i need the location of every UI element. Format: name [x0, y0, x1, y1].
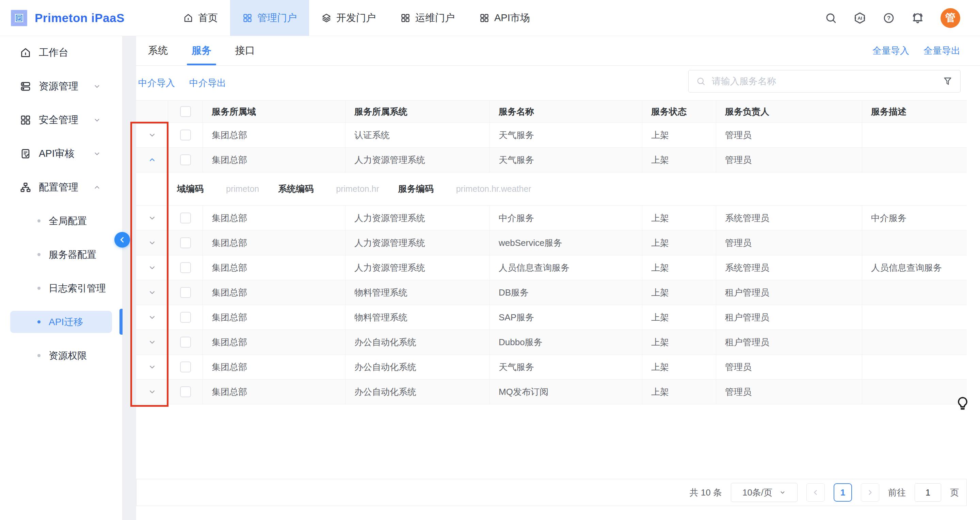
lightbulb-icon[interactable]: [955, 396, 970, 411]
next-page-button[interactable]: [861, 483, 879, 502]
row-checkbox[interactable]: [180, 337, 191, 347]
row-checkbox[interactable]: [180, 238, 191, 248]
help-icon[interactable]: ?: [883, 12, 895, 24]
expand-cell: [136, 305, 168, 330]
cell-domain: 集团总部: [203, 305, 345, 330]
row-checkbox[interactable]: [180, 262, 191, 273]
row-expand-expand-button[interactable]: [145, 335, 159, 349]
row-expand-expand-button[interactable]: [145, 261, 159, 274]
sidebar-item-2[interactable]: 安全管理: [0, 103, 122, 137]
row-checkbox[interactable]: [180, 361, 191, 373]
broker-import-link[interactable]: 中介导入: [138, 77, 175, 89]
expand-cell: [136, 123, 168, 147]
cell-owner: 系统管理员: [716, 255, 862, 280]
nav-item-0[interactable]: 首页: [171, 0, 230, 36]
row-checkbox[interactable]: [180, 386, 191, 397]
cell-description: [862, 147, 967, 173]
row-expand-expand-button[interactable]: [145, 385, 159, 399]
sidebar-collapse-button[interactable]: [115, 232, 130, 247]
topbar: P Primeton iPaaS 首页 管理门户 开发门户 运维门户 API市场…: [0, 0, 980, 36]
cell-status: 上架: [642, 255, 716, 280]
avatar[interactable]: 管: [940, 8, 960, 28]
home-icon: [183, 13, 193, 23]
cell-system: 人力资源管理系统: [345, 206, 490, 231]
cell-description: 中介服务: [862, 206, 967, 231]
checkbox-cell: [168, 231, 203, 255]
prev-page-button[interactable]: [807, 483, 825, 502]
row-expand-expand-button[interactable]: [145, 211, 159, 225]
tab-2[interactable]: 接口: [235, 36, 255, 65]
svg-text:P: P: [18, 16, 21, 20]
tab-1[interactable]: 服务: [192, 36, 212, 65]
cell-status: 上架: [642, 305, 716, 330]
nav-item-4[interactable]: API市场: [467, 0, 542, 36]
sidebar-item-3[interactable]: API审核: [0, 137, 122, 170]
detail-label: 域编码: [177, 183, 204, 195]
service-search-input[interactable]: [711, 76, 938, 87]
expand-cell: [136, 355, 168, 379]
detail-field: 系统编码 primeton.hr: [278, 183, 379, 195]
row-checkbox[interactable]: [180, 312, 191, 323]
chevron-up-icon: [93, 183, 101, 192]
ai-assistant-icon[interactable]: AI: [853, 11, 866, 24]
grid-icon: [400, 13, 410, 23]
select-all-checkbox[interactable]: [180, 106, 191, 117]
expand-column-header: [136, 100, 168, 123]
nav-item-2[interactable]: 开发门户: [309, 0, 388, 36]
column-header-0: 服务所属域: [203, 100, 345, 123]
sidebar-item-4[interactable]: 配置管理: [0, 170, 122, 204]
row-expand-expand-button[interactable]: [145, 128, 159, 142]
sidebar-subitem-1[interactable]: 服务器配置: [0, 238, 122, 271]
svg-text:AI: AI: [858, 16, 862, 21]
full-import-link[interactable]: 全量导入: [872, 44, 909, 57]
table-row-6: 集团总部 物料管理系统 SAP服务 上架 租户管理员: [136, 305, 967, 330]
bullet-dot: [37, 219, 40, 222]
table-row-2: 集团总部 人力资源管理系统 中介服务 上架 系统管理员 中介服务: [136, 206, 967, 231]
page-size-select[interactable]: 10条/页: [731, 483, 797, 502]
sidebar-subitem-4[interactable]: 资源权限: [0, 339, 122, 373]
detail-label: 服务编码: [398, 183, 434, 195]
page-number-button[interactable]: 1: [834, 483, 852, 502]
row-expand-expand-button[interactable]: [145, 360, 159, 374]
cell-status: 上架: [642, 147, 716, 173]
nav-item-1[interactable]: 管理门户: [230, 0, 309, 36]
table-row-3: 集团总部 人力资源管理系统 webService服务 上架 管理员: [136, 231, 967, 255]
row-checkbox[interactable]: [180, 287, 191, 298]
sidebar-subitem-2[interactable]: 日志索引管理: [0, 271, 122, 305]
nav-item-label: 首页: [198, 11, 218, 25]
detail-label: 系统编码: [278, 183, 313, 195]
row-checkbox[interactable]: [180, 212, 191, 224]
sidebar-item-0[interactable]: 工作台: [0, 36, 122, 70]
screen: P Primeton iPaaS 首页 管理门户 开发门户 运维门户 API市场…: [0, 0, 980, 520]
row-checkbox[interactable]: [180, 154, 191, 165]
notifications-bell-icon[interactable]: [911, 11, 924, 24]
cell-domain: 集团总部: [203, 355, 345, 379]
sidebar-subitem-0[interactable]: 全局配置: [0, 204, 122, 238]
cell-service-name: 中介服务: [490, 206, 642, 231]
broker-actions: 中介导入 中介导出: [138, 66, 226, 100]
row-expand-collapse-button[interactable]: [145, 153, 159, 166]
sidebar-item-1[interactable]: 资源管理: [0, 70, 122, 103]
row-checkbox[interactable]: [180, 130, 191, 141]
expand-cell: [136, 280, 168, 305]
cell-status: 上架: [642, 280, 716, 305]
sidebar-subitem-3[interactable]: API迁移: [0, 305, 122, 339]
chevron-down-icon: [93, 116, 101, 124]
row-expand-expand-button[interactable]: [145, 311, 159, 324]
layers-icon: [321, 13, 331, 23]
nav-item-3[interactable]: 运维门户: [388, 0, 467, 36]
active-indicator-bar: [119, 309, 123, 335]
bullet-dot: [37, 253, 40, 256]
full-export-link[interactable]: 全量导出: [923, 44, 960, 57]
filter-funnel-icon[interactable]: [943, 76, 953, 86]
sidebar-item-label: 配置管理: [39, 181, 78, 194]
cell-system: 人力资源管理系统: [345, 147, 490, 173]
cell-owner: 系统管理员: [716, 206, 862, 231]
row-expand-expand-button[interactable]: [145, 236, 159, 250]
row-expand-expand-button[interactable]: [145, 286, 159, 299]
cell-description: [862, 379, 967, 404]
search-icon[interactable]: [825, 12, 837, 24]
broker-export-link[interactable]: 中介导出: [189, 77, 226, 89]
goto-page-input[interactable]: [915, 483, 941, 502]
tab-0[interactable]: 系统: [148, 36, 168, 65]
